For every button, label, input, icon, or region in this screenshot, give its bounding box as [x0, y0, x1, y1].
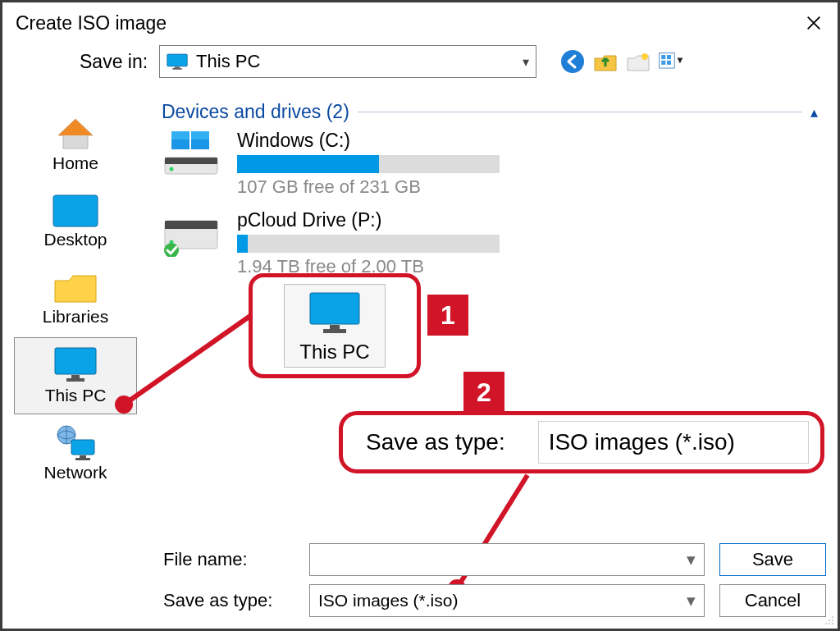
pc-icon — [167, 53, 188, 70]
nav-toolbar — [559, 48, 684, 75]
svg-point-3 — [561, 50, 584, 73]
callout-1-label: This PC — [299, 341, 369, 364]
drive-usage-bar — [237, 235, 500, 253]
save-in-row: Save in: This PC ▾ — [80, 43, 838, 78]
folder-icon — [52, 271, 98, 305]
places-sidebar: Home Desktop Libraries This PC — [14, 101, 145, 546]
save-in-combo[interactable]: This PC ▾ — [159, 45, 536, 78]
back-button[interactable] — [559, 48, 586, 75]
svg-rect-24 — [171, 131, 189, 139]
svg-rect-31 — [330, 325, 340, 329]
close-icon — [805, 14, 823, 32]
sidebar-item-this-pc[interactable]: This PC — [14, 337, 137, 414]
dialog-body: Home Desktop Libraries This PC — [14, 101, 829, 546]
svg-rect-2 — [172, 68, 181, 70]
collapse-chevron-icon[interactable]: ▴ — [810, 103, 829, 121]
sidebar-item-network[interactable]: Network — [14, 414, 137, 492]
sidebar-item-label: Network — [43, 463, 107, 482]
network-icon — [53, 423, 98, 461]
svg-rect-6 — [661, 55, 665, 59]
pc-icon — [305, 291, 364, 337]
savetype-combo[interactable]: ISO images (*.iso) ▾ — [309, 584, 705, 617]
svg-rect-19 — [165, 158, 217, 164]
annotation-badge-1: 1 — [427, 295, 468, 336]
desktop-icon — [52, 194, 99, 228]
resize-grip-icon[interactable] — [823, 614, 834, 625]
svg-rect-13 — [66, 378, 84, 382]
svg-point-40 — [825, 623, 827, 624]
svg-rect-11 — [55, 348, 96, 374]
annotation-callout-2: Save as type: ISO images (*.iso) — [339, 411, 824, 473]
sidebar-item-label: Home — [52, 153, 98, 173]
sidebar-item-home[interactable]: Home — [14, 106, 137, 183]
drive-name: Windows (C:) — [237, 130, 500, 152]
cancel-button[interactable]: Cancel — [719, 584, 826, 617]
savetype-row: Save as type: ISO images (*.iso) ▾ Cance… — [163, 584, 826, 617]
svg-rect-1 — [175, 67, 180, 69]
svg-rect-10 — [53, 195, 98, 226]
savetype-label: Save as type: — [163, 590, 294, 611]
chevron-down-icon: ▾ — [523, 54, 529, 70]
filename-row: File name: ▾ Save — [163, 543, 826, 576]
svg-rect-30 — [310, 293, 359, 324]
filename-input[interactable]: ▾ — [309, 543, 705, 576]
sidebar-item-libraries[interactable]: Libraries — [14, 260, 137, 337]
svg-rect-8 — [661, 60, 665, 64]
drive-name: pCloud Drive (P:) — [237, 209, 500, 231]
drive-p-icon — [160, 209, 222, 257]
svg-point-37 — [832, 616, 833, 618]
callout-2-value: ISO images (*.iso) — [538, 421, 809, 464]
group-rule — [358, 112, 802, 112]
svg-rect-25 — [191, 131, 209, 139]
callout-thispc-tile: This PC — [284, 284, 385, 368]
drive-usage-bar — [237, 155, 500, 173]
svg-rect-32 — [323, 329, 346, 333]
sidebar-item-label: Desktop — [43, 230, 107, 249]
svg-point-20 — [170, 167, 174, 171]
window-title: Create ISO image — [16, 12, 167, 34]
sidebar-item-label: This PC — [45, 386, 107, 405]
drive-item[interactable]: pCloud Drive (P:) 1.94 TB free of 2.00 T… — [160, 209, 829, 277]
new-folder-icon — [625, 48, 651, 75]
new-folder-button[interactable] — [625, 48, 651, 75]
svg-point-4 — [641, 53, 648, 60]
chevron-down-icon: ▾ — [687, 550, 696, 569]
filename-label: File name: — [163, 549, 294, 570]
svg-rect-0 — [167, 54, 187, 66]
chevron-down-icon: ▾ — [687, 591, 696, 610]
svg-rect-17 — [75, 458, 90, 460]
svg-point-39 — [832, 620, 833, 621]
sidebar-item-desktop[interactable]: Desktop — [14, 183, 137, 260]
svg-point-41 — [829, 623, 830, 624]
view-menu-button[interactable] — [658, 48, 684, 75]
savetype-value: ISO images (*.iso) — [318, 591, 458, 610]
annotation-badge-2: 2 — [463, 372, 504, 413]
save-in-label: Save in: — [80, 51, 148, 73]
callout-2-label: Save as type: — [366, 429, 505, 455]
svg-rect-27 — [165, 221, 217, 229]
drive-usage-fill — [237, 155, 379, 173]
up-button[interactable] — [592, 48, 619, 75]
devices-group-header[interactable]: Devices and drives (2) ▴ — [162, 101, 829, 123]
svg-point-42 — [832, 623, 833, 624]
save-in-value: This PC — [196, 51, 523, 72]
drive-free-text: 107 GB free of 231 GB — [237, 176, 500, 198]
view-menu-icon — [658, 51, 684, 73]
close-button[interactable] — [797, 6, 831, 40]
svg-rect-12 — [71, 375, 80, 378]
svg-rect-16 — [80, 455, 86, 458]
home-icon — [55, 116, 96, 152]
annotation-callout-1: This PC — [249, 273, 421, 378]
titlebar: Create ISO image — [2, 2, 838, 43]
up-folder-icon — [592, 48, 619, 75]
svg-point-38 — [829, 620, 830, 621]
drive-item[interactable]: Windows (C:) 107 GB free of 231 GB — [160, 130, 829, 198]
dialog-window: Create ISO image Save in: This PC ▾ — [0, 0, 840, 631]
save-button[interactable]: Save — [719, 543, 826, 576]
sidebar-item-label: Libraries — [43, 307, 109, 327]
drive-usage-fill — [237, 235, 248, 253]
back-icon — [559, 48, 586, 75]
pc-icon — [52, 346, 99, 384]
bottom-panel: File name: ▾ Save Save as type: ISO imag… — [163, 543, 826, 617]
group-label: Devices and drives (2) — [162, 101, 349, 123]
